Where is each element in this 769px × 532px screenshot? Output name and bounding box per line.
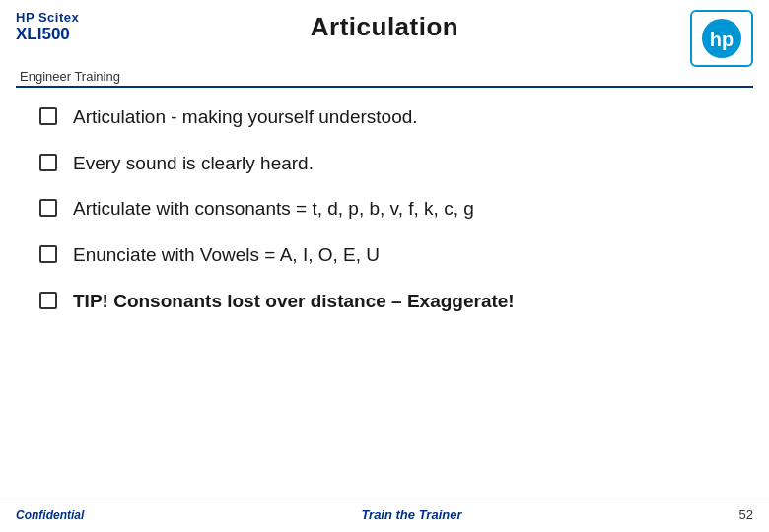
- svg-text:hp: hp: [710, 29, 734, 50]
- hp-scitex-logo: HP Scitex XLI500: [16, 10, 79, 44]
- header: HP Scitex XLI500 Articulation hp: [0, 0, 769, 67]
- checkbox-1: [39, 107, 57, 125]
- checkbox-2: [39, 154, 57, 171]
- divider-area: Engineer Training: [0, 69, 769, 88]
- logo-model-text: XLI500: [16, 25, 70, 44]
- bullet-item-4: Enunciate with Vowels = A, I, O, E, U: [39, 243, 739, 268]
- footer-center-title: Train the Trainer: [361, 507, 461, 522]
- checkbox-3: [39, 199, 57, 217]
- content-area: Articulation - making yourself understoo…: [0, 88, 769, 345]
- checkbox-5: [39, 292, 57, 309]
- bullet-item-5: TIP! Consonants lost over distance – Exa…: [39, 290, 739, 314]
- bullet-item-2: Every sound is clearly heard.: [39, 152, 739, 176]
- footer-confidential: Confidential: [16, 508, 84, 522]
- bullet-text-4: Enunciate with Vowels = A, I, O, E, U: [73, 243, 380, 268]
- hp-logo: hp: [690, 10, 753, 67]
- engineer-label: Engineer Training: [20, 69, 753, 84]
- footer: Confidential Train the Trainer 52: [0, 499, 769, 532]
- hp-logo-svg: hp: [697, 17, 746, 60]
- checkbox-4: [39, 245, 57, 263]
- bullet-text-5: TIP! Consonants lost over distance – Exa…: [73, 290, 515, 314]
- slide-title-area: Articulation: [311, 12, 458, 42]
- bullet-text-1: Articulation - making yourself understoo…: [73, 105, 418, 130]
- footer-page-number: 52: [739, 507, 753, 522]
- slide-title: Articulation: [311, 12, 458, 41]
- logo-brand-text: HP Scitex: [16, 10, 79, 25]
- bullet-item-1: Articulation - making yourself understoo…: [39, 105, 739, 130]
- bullet-item-3: Articulate with consonants = t, d, p, b,…: [39, 197, 739, 222]
- bullet-text-3: Articulate with consonants = t, d, p, b,…: [73, 197, 474, 222]
- bullet-text-2: Every sound is clearly heard.: [73, 152, 314, 176]
